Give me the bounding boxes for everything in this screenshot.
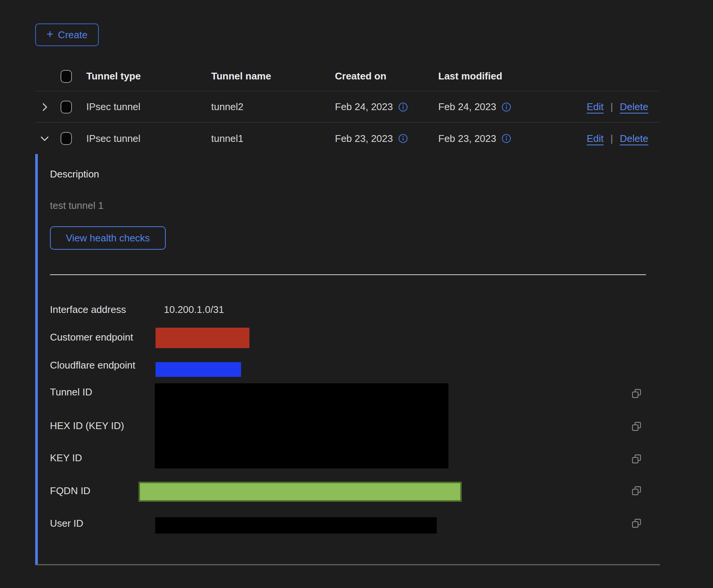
info-icon[interactable] (398, 102, 408, 112)
interface-address-value: 10.200.1.0/31 (164, 303, 224, 316)
fqdn-id-redaction (139, 482, 462, 502)
copy-icon[interactable] (631, 454, 642, 464)
customer-endpoint-label: Customer endpoint (50, 331, 133, 343)
tunnel-id-label: Tunnel ID (50, 386, 92, 398)
copy-icon[interactable] (631, 518, 642, 529)
user-id-redaction (155, 517, 437, 534)
column-header-tunnel-type: Tunnel type (86, 70, 211, 82)
last-modified-cell: Feb 23, 2023 (438, 133, 496, 145)
create-button-label: Create (58, 29, 87, 41)
table-bottom-divider (36, 564, 660, 565)
row-checkbox[interactable] (61, 132, 72, 145)
tunnel-type-cell: IPsec tunnel (86, 101, 211, 113)
edit-link[interactable]: Edit (587, 133, 604, 145)
create-button[interactable]: + Create (35, 23, 99, 46)
cloudflare-endpoint-redaction (156, 362, 241, 377)
created-on-cell: Feb 23, 2023 (335, 133, 393, 145)
created-on-cell: Feb 24, 2023 (335, 101, 393, 113)
fqdn-id-label: FQDN ID (50, 485, 90, 497)
column-header-created-on: Created on (335, 70, 438, 82)
delete-link[interactable]: Delete (620, 101, 648, 113)
table-row-tunnel1: IPsec tunnel tunnel1 Feb 23, 2023 Feb 23… (35, 123, 659, 154)
cloudflare-endpoint-label: Cloudflare endpoint (50, 359, 135, 371)
table-header-row: Tunnel type Tunnel name Created on Last … (35, 62, 659, 91)
tunnel-name-cell: tunnel1 (211, 133, 335, 145)
header-checkbox-cell (61, 70, 86, 83)
chevron-down-icon[interactable] (39, 133, 50, 144)
view-health-checks-label: View health checks (66, 232, 150, 244)
chevron-right-icon[interactable] (39, 101, 50, 113)
description-value: test tunnel 1 (50, 199, 104, 212)
tunnel-detail-panel: Description test tunnel 1 View health ch… (35, 154, 659, 565)
column-header-tunnel-name: Tunnel name (211, 70, 335, 82)
row-checkbox[interactable] (61, 101, 72, 114)
customer-endpoint-redaction (156, 328, 249, 348)
tunnel-name-cell: tunnel2 (211, 101, 335, 113)
key-id-label: KEY ID (50, 452, 82, 464)
edit-link[interactable]: Edit (587, 101, 604, 113)
ids-redaction-block (155, 383, 448, 468)
panel-divider (50, 274, 646, 275)
info-icon[interactable] (501, 134, 511, 143)
interface-address-label: Interface address (50, 303, 126, 316)
ipsec-tunnels-page: + Create Tunnel type Tunnel name Created… (0, 0, 713, 588)
select-all-checkbox[interactable] (61, 70, 72, 83)
plus-icon: + (47, 28, 53, 40)
description-label: Description (50, 168, 99, 180)
table-row-tunnel2: IPsec tunnel tunnel2 Feb 24, 2023 Feb 24… (35, 92, 659, 123)
last-modified-cell: Feb 24, 2023 (438, 101, 496, 113)
tunnel-type-cell: IPsec tunnel (86, 133, 211, 145)
hex-id-label: HEX ID (KEY ID) (50, 420, 124, 432)
info-icon[interactable] (398, 134, 408, 143)
user-id-label: User ID (50, 517, 83, 529)
column-header-last-modified: Last modified (438, 70, 541, 82)
view-health-checks-button[interactable]: View health checks (50, 226, 166, 250)
info-icon[interactable] (501, 102, 511, 112)
actions-separator: | (610, 133, 613, 145)
copy-icon[interactable] (631, 421, 642, 432)
expanded-row-accent-bar (35, 154, 38, 565)
copy-icon[interactable] (631, 485, 642, 496)
delete-link[interactable]: Delete (620, 133, 648, 145)
actions-separator: | (610, 101, 613, 113)
copy-icon[interactable] (631, 388, 642, 399)
